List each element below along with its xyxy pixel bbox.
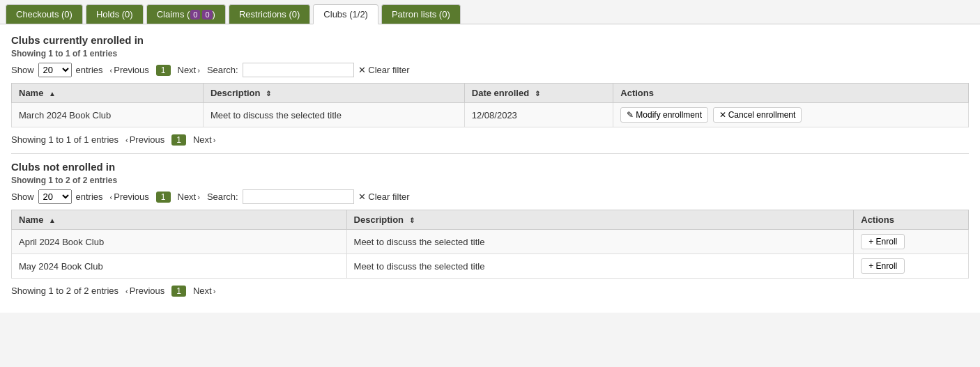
cell-actions-ne-2: + Enroll	[854, 254, 969, 279]
table-row: May 2024 Book Club Meet to discuss the s…	[12, 254, 969, 279]
entries-label-enrolled: entries	[76, 65, 103, 75]
not-enrolled-bottom-showing: Showing 1 to 2 of 2 entries	[11, 286, 118, 296]
tabs-bar: Checkouts (0) Holds (0) Claims (0 0) Res…	[0, 0, 980, 24]
enroll-button-1[interactable]: + Enroll	[861, 234, 905, 249]
clear-filter-not-enrolled[interactable]: ✕ Clear filter	[358, 192, 410, 202]
col-description-ne: Description ⇕	[346, 210, 854, 230]
claims-badge-1: 0	[190, 10, 200, 19]
chevron-right-icon: ›	[197, 66, 200, 75]
col-date-enrolled: Date enrolled ⇕	[464, 84, 613, 103]
enrolled-section: Clubs currently enrolled in Showing 1 to…	[11, 34, 969, 146]
cell-date-enrolled: 12/08/2023	[464, 103, 613, 127]
cell-club-description: Meet to discuss the selected title	[203, 103, 464, 127]
enrolled-controls: Show 10 20 50 100 entries ‹ Previous 1 N…	[11, 63, 969, 77]
plus-icon-1: +	[868, 237, 873, 247]
main-content: Clubs currently enrolled in Showing 1 to…	[0, 24, 980, 313]
claims-label-end: )	[213, 9, 215, 19]
not-enrolled-title: Clubs not enrolled in	[11, 161, 969, 173]
prev-btn-not-enrolled-top[interactable]: ‹ Previous	[107, 190, 152, 203]
show-select-not-enrolled[interactable]: 10 20 50 100	[38, 189, 72, 204]
sort-desc-icon: ⇕	[266, 90, 271, 97]
col-actions-enrolled: Actions	[613, 84, 969, 103]
not-enrolled-section: Clubs not enrolled in Showing 1 to 2 of …	[11, 161, 969, 297]
col-actions-ne: Actions	[854, 210, 969, 230]
cancel-enrollment-button[interactable]: ✕ Cancel enrollment	[713, 107, 802, 123]
enrolled-table: Name ▲ Description ⇕ Date enrolled ⇕ Act…	[11, 83, 969, 127]
col-description-enrolled: Description ⇕	[203, 84, 464, 103]
page-num-ne-bottom[interactable]: 1	[171, 286, 186, 297]
section-divider	[11, 153, 969, 154]
enrolled-bottom-showing: Showing 1 to 1 of 1 entries	[11, 134, 118, 145]
table-row: March 2024 Book Club Meet to discuss the…	[12, 103, 969, 127]
col-name-ne: Name ▲	[12, 210, 347, 230]
show-label-not-enrolled: Show	[11, 192, 34, 202]
page-num-not-enrolled-top[interactable]: 1	[156, 192, 171, 203]
plus-icon-2: +	[868, 261, 873, 271]
cell-club-description-ne-1: Meet to discuss the selected title	[346, 230, 854, 254]
cell-actions: ✎ Modify enrollment ✕ Cancel enrollment	[613, 103, 969, 127]
sort-asc-icon: ▲	[49, 90, 56, 97]
cell-club-name-ne-1: April 2024 Book Club	[12, 230, 347, 254]
chevron-right-icon-b: ›	[213, 136, 216, 144]
tab-holds[interactable]: Holds (0)	[86, 4, 144, 24]
next-btn-ne-bottom[interactable]: Next ›	[190, 284, 218, 297]
search-label-enrolled: Search:	[207, 65, 238, 75]
not-enrolled-bottom-controls: Showing 1 to 2 of 2 entries ‹ Previous 1…	[11, 284, 969, 297]
sort-asc-ne-icon: ▲	[49, 217, 56, 224]
tab-checkouts[interactable]: Checkouts (0)	[6, 4, 83, 24]
cell-club-name: March 2024 Book Club	[12, 103, 204, 127]
chevron-right-neb-icon: ›	[213, 287, 216, 295]
prev-btn-enrolled-bottom[interactable]: ‹ Previous	[123, 133, 167, 146]
tab-restrictions[interactable]: Restrictions (0)	[229, 4, 310, 24]
cell-club-description-ne-2: Meet to discuss the selected title	[346, 254, 854, 279]
search-input-not-enrolled[interactable]	[243, 189, 354, 204]
claims-label-prefix: Claims (	[157, 9, 190, 19]
tab-clubs[interactable]: Clubs (1/2)	[313, 4, 378, 24]
chevron-left-neb-icon: ‹	[125, 287, 128, 295]
search-label-not-enrolled: Search:	[207, 192, 238, 202]
page-num-enrolled-top[interactable]: 1	[156, 65, 171, 76]
page-num-enrolled-bottom[interactable]: 1	[171, 134, 186, 146]
show-label-enrolled: Show	[11, 65, 34, 75]
chevron-right-ne-icon: ›	[197, 193, 200, 201]
enrolled-bottom-controls: Showing 1 to 1 of 1 entries ‹ Previous 1…	[11, 133, 969, 146]
chevron-left-icon: ‹	[110, 66, 113, 75]
tab-claims[interactable]: Claims (0 0)	[146, 4, 226, 24]
times-icon: ✕	[719, 110, 726, 120]
next-btn-enrolled-bottom[interactable]: Next ›	[190, 133, 218, 146]
clear-filter-enrolled[interactable]: ✕ Clear filter	[358, 65, 410, 75]
table-row: April 2024 Book Club Meet to discuss the…	[12, 230, 969, 254]
cell-club-name-ne-2: May 2024 Book Club	[12, 254, 347, 279]
claims-badge-2: 0	[202, 10, 212, 19]
not-enrolled-table: Name ▲ Description ⇕ Actions April 2024 …	[11, 210, 969, 279]
next-btn-enrolled-top[interactable]: Next ›	[175, 63, 203, 77]
enrolled-title: Clubs currently enrolled in	[11, 34, 969, 46]
enrolled-showing: Showing 1 to 1 of 1 entries	[11, 49, 969, 58]
not-enrolled-showing: Showing 1 to 2 of 2 entries	[11, 175, 969, 185]
next-btn-not-enrolled-top[interactable]: Next ›	[175, 190, 203, 203]
tab-patron-lists[interactable]: Patron lists (0)	[381, 4, 461, 24]
prev-btn-ne-bottom[interactable]: ‹ Previous	[123, 284, 167, 297]
pencil-icon: ✎	[627, 110, 634, 120]
sort-desc-ne-icon: ⇕	[409, 217, 415, 224]
not-enrolled-controls: Show 10 20 50 100 entries ‹ Previous 1 N…	[11, 189, 969, 204]
cell-actions-ne-1: + Enroll	[854, 230, 969, 254]
chevron-left-icon-b: ‹	[125, 136, 128, 144]
entries-label-not-enrolled: entries	[76, 192, 103, 202]
show-select-enrolled[interactable]: 10 20 50 100	[38, 63, 72, 77]
prev-btn-enrolled-top[interactable]: ‹ Previous	[107, 63, 152, 77]
enroll-button-2[interactable]: + Enroll	[861, 258, 905, 274]
chevron-left-ne-icon: ‹	[110, 193, 113, 201]
search-input-enrolled[interactable]	[243, 63, 354, 77]
sort-date-icon: ⇕	[535, 90, 540, 97]
col-name-enrolled: Name ▲	[12, 84, 204, 103]
modify-enrollment-button[interactable]: ✎ Modify enrollment	[620, 107, 708, 123]
